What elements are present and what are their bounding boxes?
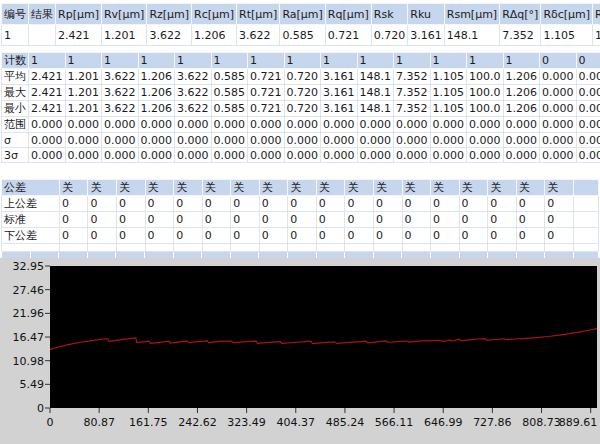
tolerance-value-cell[interactable]: 0 <box>88 196 117 212</box>
column-header[interactable]: Rp[μm] <box>56 4 102 25</box>
result-cell[interactable]: 148.1 <box>444 25 499 46</box>
tolerance-toggle[interactable]: 关 <box>117 180 146 196</box>
column-header[interactable]: Rv[μm] <box>101 4 146 25</box>
result-cell[interactable]: 1.206 <box>192 25 237 46</box>
tolerance-value-cell[interactable]: 0 <box>288 228 317 244</box>
column-header[interactable]: Rq[μm] <box>325 4 371 25</box>
tolerance-toggle[interactable]: 关 <box>459 180 488 196</box>
column-header[interactable]: Rmr[%] <box>593 4 600 25</box>
tolerance-toggle[interactable]: 关 <box>545 180 574 196</box>
result-cell[interactable]: 100.0 <box>593 25 600 46</box>
tolerance-toggle[interactable]: 关 <box>516 180 545 196</box>
tolerance-value-cell[interactable]: 0 <box>431 212 460 228</box>
tolerance-value-cell[interactable]: 0 <box>231 196 260 212</box>
tolerance-value-cell[interactable]: 0 <box>488 228 517 244</box>
tolerance-value-cell[interactable]: 0 <box>88 212 117 228</box>
tolerance-toggle[interactable]: 关 <box>59 180 88 196</box>
tolerance-value-cell[interactable]: 0 <box>545 228 574 244</box>
column-header[interactable]: Rc[μm] <box>192 4 237 25</box>
tolerance-value-cell[interactable]: 0 <box>145 228 174 244</box>
tolerance-toggle[interactable]: 关 <box>202 180 231 196</box>
column-header[interactable]: Ra[μm] <box>280 4 325 25</box>
tolerance-value-cell[interactable]: 0 <box>288 212 317 228</box>
tolerance-value-cell[interactable]: 0 <box>145 212 174 228</box>
tolerance-toggle[interactable]: 关 <box>174 180 203 196</box>
tolerance-toggle[interactable]: 关 <box>145 180 174 196</box>
result-cell[interactable]: 1.201 <box>101 25 146 46</box>
tolerance-value-cell[interactable]: 0 <box>316 196 345 212</box>
column-header[interactable]: 结果 <box>29 4 56 25</box>
column-header[interactable]: RΔq[°] <box>500 4 541 25</box>
tolerance-value-cell[interactable]: 0 <box>259 196 288 212</box>
tolerance-toggle[interactable]: 关 <box>231 180 260 196</box>
result-cell[interactable]: 0.720 <box>371 25 408 46</box>
tolerance-value-cell[interactable]: 0 <box>174 196 203 212</box>
tolerance-value-cell[interactable]: 0 <box>545 212 574 228</box>
tolerance-value-cell[interactable]: 0 <box>373 212 402 228</box>
tolerance-value-cell[interactable]: 0 <box>373 228 402 244</box>
tolerance-value-cell[interactable]: 0 <box>488 196 517 212</box>
tolerance-value-cell[interactable]: 0 <box>59 196 88 212</box>
tolerance-toggle[interactable]: 关 <box>373 180 402 196</box>
result-cell[interactable]: 3.622 <box>147 25 192 46</box>
result-row[interactable]: 12.4211.2013.6221.2063.6220.5850.7210.72… <box>2 25 600 46</box>
tolerance-value-cell[interactable]: 0 <box>459 212 488 228</box>
result-cell[interactable]: 2.421 <box>56 25 102 46</box>
column-header[interactable]: Rsm[μm] <box>444 4 499 25</box>
tolerance-toggle[interactable]: 关 <box>259 180 288 196</box>
tolerance-value-cell[interactable]: 0 <box>488 212 517 228</box>
tolerance-value-cell[interactable]: 0 <box>202 212 231 228</box>
tolerance-toggle[interactable]: 关 <box>488 180 517 196</box>
tolerance-value-cell[interactable]: 0 <box>459 196 488 212</box>
tolerance-value-cell[interactable]: 0 <box>174 228 203 244</box>
tolerance-toggle[interactable]: 关 <box>316 180 345 196</box>
tolerance-value-cell[interactable]: 0 <box>288 196 317 212</box>
result-cell[interactable] <box>29 25 56 46</box>
tolerance-value-cell[interactable]: 0 <box>117 196 146 212</box>
tolerance-value-cell[interactable]: 0 <box>373 196 402 212</box>
tolerance-toggle[interactable]: 关 <box>431 180 460 196</box>
result-cell[interactable]: 1.105 <box>541 25 593 46</box>
tolerance-value-cell[interactable]: 0 <box>59 212 88 228</box>
tolerance-value-cell[interactable]: 0 <box>402 196 431 212</box>
result-cell[interactable]: 3.622 <box>237 25 280 46</box>
tolerance-value-cell[interactable]: 0 <box>174 212 203 228</box>
column-header[interactable]: 编号 <box>2 4 29 25</box>
tolerance-toggle[interactable]: 关 <box>288 180 317 196</box>
tolerance-value-cell[interactable]: 0 <box>88 228 117 244</box>
tolerance-value-cell[interactable]: 0 <box>202 228 231 244</box>
tolerance-value-cell[interactable]: 0 <box>431 196 460 212</box>
column-header[interactable]: Rt[μm] <box>237 4 280 25</box>
result-cell[interactable]: 7.352 <box>500 25 541 46</box>
tolerance-value-cell[interactable]: 0 <box>316 228 345 244</box>
tolerance-toggle[interactable]: 关 <box>402 180 431 196</box>
tolerance-value-cell[interactable]: 0 <box>231 212 260 228</box>
tolerance-value-cell[interactable]: 0 <box>59 228 88 244</box>
tolerance-value-cell[interactable]: 0 <box>402 228 431 244</box>
tolerance-value-cell[interactable]: 0 <box>316 212 345 228</box>
tolerance-value-cell[interactable]: 0 <box>345 212 374 228</box>
tolerance-value-cell[interactable]: 0 <box>545 196 574 212</box>
tolerance-value-cell[interactable]: 0 <box>402 212 431 228</box>
tolerance-value-cell[interactable]: 0 <box>117 228 146 244</box>
result-cell[interactable]: 0.585 <box>280 25 325 46</box>
tolerance-value-cell[interactable]: 0 <box>259 212 288 228</box>
tolerance-toggle[interactable]: 关 <box>88 180 117 196</box>
tolerance-value-cell[interactable]: 0 <box>145 196 174 212</box>
tolerance-value-cell[interactable]: 0 <box>516 196 545 212</box>
tolerance-value-cell[interactable]: 0 <box>345 228 374 244</box>
tolerance-value-cell[interactable]: 0 <box>345 196 374 212</box>
tolerance-value-cell[interactable]: 0 <box>231 228 260 244</box>
tolerance-value-cell[interactable]: 0 <box>459 228 488 244</box>
tolerance-value-cell[interactable]: 0 <box>259 228 288 244</box>
column-header[interactable]: Rsk <box>371 4 408 25</box>
result-cell[interactable]: 3.161 <box>408 25 445 46</box>
tolerance-value-cell[interactable]: 0 <box>117 212 146 228</box>
column-header[interactable]: Rδc[μm] <box>541 4 593 25</box>
result-cell[interactable]: 1 <box>2 25 29 46</box>
result-cell[interactable]: 0.721 <box>325 25 371 46</box>
tolerance-value-cell[interactable]: 0 <box>516 228 545 244</box>
tolerance-value-cell[interactable]: 0 <box>431 228 460 244</box>
column-header[interactable]: Rku <box>408 4 445 25</box>
column-header[interactable]: Rz[μm] <box>147 4 192 25</box>
